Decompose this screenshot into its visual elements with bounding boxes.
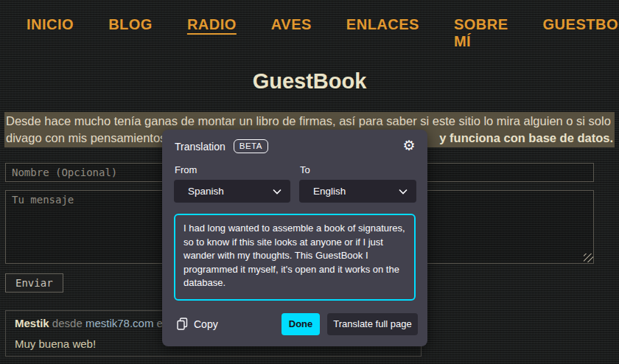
page-viewport: INICIO BLOG RADIO AVES ENLACES SOBRE MÍ … — [0, 0, 619, 364]
translation-panel: Translation BETA ⚙ From To Spanish Engli… — [162, 130, 427, 346]
intro-line1: Desde hace mucho tenía ganas de montar u… — [6, 113, 613, 130]
nav-link-sobre-mi[interactable]: SOBRE MÍ — [454, 16, 508, 50]
textarea-resize-grip[interactable] — [584, 253, 593, 262]
copy-icon — [177, 318, 188, 330]
beta-badge: BETA — [234, 139, 268, 153]
page-title: GuestBook — [0, 69, 619, 94]
main-nav: INICIO BLOG RADIO AVES ENLACES SOBRE MÍ … — [27, 16, 619, 50]
nav-link-enlaces[interactable]: ENLACES — [346, 16, 419, 33]
copy-button[interactable]: Copy — [174, 312, 221, 335]
translate-full-page-button[interactable]: Translate full page — [327, 313, 418, 335]
intro-line2-left: divago con mis pensamientos. — [6, 130, 169, 147]
from-language-select[interactable]: Spanish — [174, 180, 290, 203]
translation-panel-header: Translation BETA — [175, 139, 416, 153]
to-language-select[interactable]: English — [299, 180, 416, 203]
entry-author: Mestik — [15, 317, 49, 329]
translation-title: Translation — [175, 141, 225, 153]
nav-link-radio[interactable]: RADIO — [187, 16, 237, 33]
copy-label: Copy — [194, 318, 218, 330]
chevron-down-icon — [399, 189, 408, 195]
translation-panel-footer: Copy Done Translate full page — [174, 312, 418, 335]
intro-line2-right: y funciona con base de datos. — [439, 130, 613, 147]
entry-site-link[interactable]: mestik78.com — [85, 317, 154, 329]
from-label: From — [175, 164, 197, 175]
from-language-value: Spanish — [188, 186, 224, 197]
chevron-down-icon — [273, 189, 281, 195]
nav-link-guestbook[interactable]: GUESTBOOK — [543, 16, 619, 33]
nav-link-aves[interactable]: AVES — [271, 16, 312, 33]
to-language-value: English — [313, 186, 346, 197]
nav-link-blog[interactable]: BLOG — [108, 16, 153, 33]
settings-gear-icon[interactable]: ⚙ — [400, 137, 418, 155]
done-button[interactable]: Done — [281, 313, 320, 335]
submit-button[interactable]: Enviar — [5, 273, 63, 293]
nav-link-inicio[interactable]: INICIO — [27, 16, 74, 33]
to-label: To — [300, 164, 310, 175]
entry-from-word: desde — [52, 317, 83, 329]
translated-text-box[interactable]: I had long wanted to assemble a book of … — [174, 214, 416, 301]
